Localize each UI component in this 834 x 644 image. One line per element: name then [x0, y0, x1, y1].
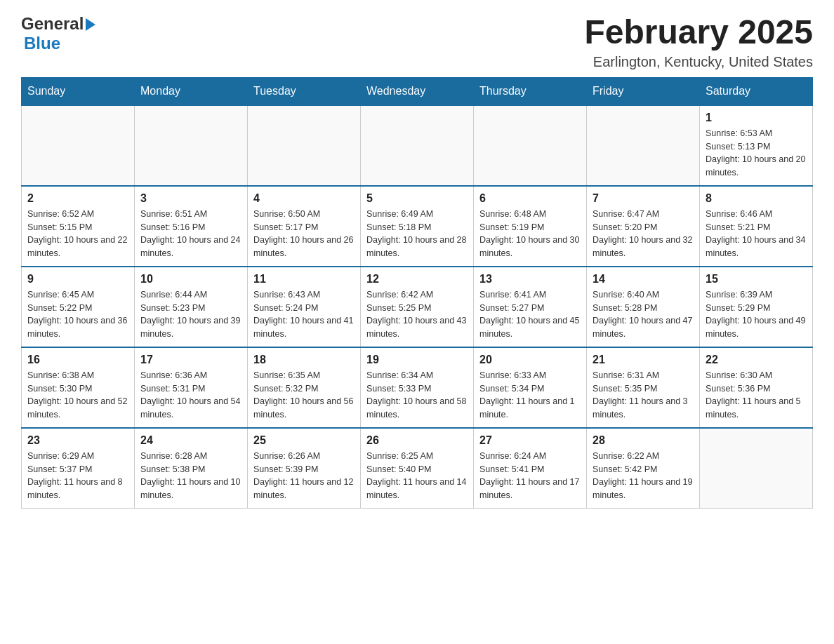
- day-info: Sunrise: 6:43 AM Sunset: 5:24 PM Dayligh…: [253, 288, 355, 341]
- calendar-day-cell: 24Sunrise: 6:28 AM Sunset: 5:38 PM Dayli…: [135, 428, 248, 509]
- calendar-day-cell: [248, 105, 361, 186]
- calendar-day-cell: 8Sunrise: 6:46 AM Sunset: 5:21 PM Daylig…: [700, 186, 813, 267]
- weekday-header-saturday: Saturday: [700, 77, 813, 105]
- calendar-day-cell: 25Sunrise: 6:26 AM Sunset: 5:39 PM Dayli…: [248, 428, 361, 509]
- page-header: General Blue February 2025 Earlington, K…: [21, 14, 813, 70]
- calendar-day-cell: 3Sunrise: 6:51 AM Sunset: 5:16 PM Daylig…: [135, 186, 248, 267]
- calendar-day-cell: 12Sunrise: 6:42 AM Sunset: 5:25 PM Dayli…: [361, 267, 474, 347]
- calendar-day-cell: 20Sunrise: 6:33 AM Sunset: 5:34 PM Dayli…: [474, 347, 587, 428]
- day-info: Sunrise: 6:34 AM Sunset: 5:33 PM Dayligh…: [366, 369, 468, 422]
- calendar-day-cell: 13Sunrise: 6:41 AM Sunset: 5:27 PM Dayli…: [474, 267, 587, 347]
- calendar-day-cell: 27Sunrise: 6:24 AM Sunset: 5:41 PM Dayli…: [474, 428, 587, 509]
- calendar-day-cell: [700, 428, 813, 509]
- calendar-day-cell: 5Sunrise: 6:49 AM Sunset: 5:18 PM Daylig…: [361, 186, 474, 267]
- day-number: 11: [253, 273, 355, 286]
- weekday-header-friday: Friday: [587, 77, 700, 105]
- day-info: Sunrise: 6:45 AM Sunset: 5:22 PM Dayligh…: [27, 288, 128, 341]
- weekday-header-thursday: Thursday: [474, 77, 587, 105]
- day-number: 3: [140, 192, 241, 205]
- day-info: Sunrise: 6:29 AM Sunset: 5:37 PM Dayligh…: [27, 450, 128, 502]
- day-info: Sunrise: 6:44 AM Sunset: 5:23 PM Dayligh…: [140, 288, 241, 341]
- day-number: 23: [27, 434, 128, 447]
- day-info: Sunrise: 6:47 AM Sunset: 5:20 PM Dayligh…: [593, 208, 694, 260]
- day-number: 15: [706, 273, 807, 286]
- day-info: Sunrise: 6:38 AM Sunset: 5:30 PM Dayligh…: [27, 369, 128, 422]
- day-info: Sunrise: 6:25 AM Sunset: 5:40 PM Dayligh…: [366, 450, 468, 502]
- day-number: 19: [366, 354, 468, 366]
- calendar-day-cell: [22, 105, 135, 186]
- day-info: Sunrise: 6:24 AM Sunset: 5:41 PM Dayligh…: [479, 450, 581, 502]
- calendar-day-cell: 22Sunrise: 6:30 AM Sunset: 5:36 PM Dayli…: [700, 347, 813, 428]
- month-title: February 2025: [584, 14, 813, 51]
- day-info: Sunrise: 6:46 AM Sunset: 5:21 PM Dayligh…: [706, 208, 807, 260]
- day-number: 28: [593, 434, 694, 447]
- day-info: Sunrise: 6:42 AM Sunset: 5:25 PM Dayligh…: [366, 288, 468, 341]
- calendar-week-row: 9Sunrise: 6:45 AM Sunset: 5:22 PM Daylig…: [22, 267, 813, 347]
- day-info: Sunrise: 6:51 AM Sunset: 5:16 PM Dayligh…: [140, 208, 241, 260]
- day-info: Sunrise: 6:28 AM Sunset: 5:38 PM Dayligh…: [140, 450, 241, 502]
- day-info: Sunrise: 6:33 AM Sunset: 5:34 PM Dayligh…: [479, 369, 581, 422]
- calendar-day-cell: 1Sunrise: 6:53 AM Sunset: 5:13 PM Daylig…: [700, 105, 813, 186]
- day-number: 22: [706, 354, 807, 366]
- day-info: Sunrise: 6:39 AM Sunset: 5:29 PM Dayligh…: [706, 288, 807, 341]
- calendar-day-cell: 2Sunrise: 6:52 AM Sunset: 5:15 PM Daylig…: [22, 186, 135, 267]
- day-info: Sunrise: 6:35 AM Sunset: 5:32 PM Dayligh…: [253, 369, 355, 422]
- calendar-day-cell: 16Sunrise: 6:38 AM Sunset: 5:30 PM Dayli…: [22, 347, 135, 428]
- day-number: 10: [140, 273, 241, 286]
- day-number: 27: [479, 434, 581, 447]
- calendar-header-row: SundayMondayTuesdayWednesdayThursdayFrid…: [22, 77, 813, 105]
- day-number: 24: [140, 434, 241, 447]
- logo-arrow-icon: [86, 18, 95, 31]
- day-number: 7: [593, 192, 694, 205]
- day-number: 1: [706, 112, 807, 124]
- day-number: 13: [479, 273, 581, 286]
- calendar-week-row: 1Sunrise: 6:53 AM Sunset: 5:13 PM Daylig…: [22, 105, 813, 186]
- logo-general-text: General: [21, 14, 84, 34]
- calendar-day-cell: 11Sunrise: 6:43 AM Sunset: 5:24 PM Dayli…: [248, 267, 361, 347]
- day-number: 4: [253, 192, 355, 205]
- day-info: Sunrise: 6:49 AM Sunset: 5:18 PM Dayligh…: [366, 208, 468, 260]
- weekday-header-tuesday: Tuesday: [248, 77, 361, 105]
- calendar-week-row: 16Sunrise: 6:38 AM Sunset: 5:30 PM Dayli…: [22, 347, 813, 428]
- location: Earlington, Kentucky, United States: [584, 54, 813, 70]
- day-number: 6: [479, 192, 581, 205]
- calendar-day-cell: 18Sunrise: 6:35 AM Sunset: 5:32 PM Dayli…: [248, 347, 361, 428]
- day-info: Sunrise: 6:50 AM Sunset: 5:17 PM Dayligh…: [253, 208, 355, 260]
- calendar-day-cell: 26Sunrise: 6:25 AM Sunset: 5:40 PM Dayli…: [361, 428, 474, 509]
- weekday-header-sunday: Sunday: [22, 77, 135, 105]
- calendar-day-cell: [587, 105, 700, 186]
- day-info: Sunrise: 6:41 AM Sunset: 5:27 PM Dayligh…: [479, 288, 581, 341]
- day-info: Sunrise: 6:48 AM Sunset: 5:19 PM Dayligh…: [479, 208, 581, 260]
- calendar-day-cell: 28Sunrise: 6:22 AM Sunset: 5:42 PM Dayli…: [587, 428, 700, 509]
- calendar-day-cell: 17Sunrise: 6:36 AM Sunset: 5:31 PM Dayli…: [135, 347, 248, 428]
- day-info: Sunrise: 6:52 AM Sunset: 5:15 PM Dayligh…: [27, 208, 128, 260]
- day-number: 8: [706, 192, 807, 205]
- calendar-day-cell: 9Sunrise: 6:45 AM Sunset: 5:22 PM Daylig…: [22, 267, 135, 347]
- weekday-header-wednesday: Wednesday: [361, 77, 474, 105]
- calendar-day-cell: [361, 105, 474, 186]
- calendar-day-cell: 23Sunrise: 6:29 AM Sunset: 5:37 PM Dayli…: [22, 428, 135, 509]
- day-info: Sunrise: 6:36 AM Sunset: 5:31 PM Dayligh…: [140, 369, 241, 422]
- calendar-day-cell: 21Sunrise: 6:31 AM Sunset: 5:35 PM Dayli…: [587, 347, 700, 428]
- calendar-table: SundayMondayTuesdayWednesdayThursdayFrid…: [21, 77, 813, 509]
- day-number: 9: [27, 273, 128, 286]
- calendar-day-cell: 19Sunrise: 6:34 AM Sunset: 5:33 PM Dayli…: [361, 347, 474, 428]
- weekday-header-monday: Monday: [135, 77, 248, 105]
- day-number: 17: [140, 354, 241, 366]
- day-number: 25: [253, 434, 355, 447]
- day-number: 21: [593, 354, 694, 366]
- day-number: 26: [366, 434, 468, 447]
- calendar-day-cell: [135, 105, 248, 186]
- title-section: February 2025 Earlington, Kentucky, Unit…: [584, 14, 813, 70]
- day-info: Sunrise: 6:30 AM Sunset: 5:36 PM Dayligh…: [706, 369, 807, 422]
- day-number: 20: [479, 354, 581, 366]
- calendar-day-cell: 4Sunrise: 6:50 AM Sunset: 5:17 PM Daylig…: [248, 186, 361, 267]
- day-number: 5: [366, 192, 468, 205]
- calendar-day-cell: 7Sunrise: 6:47 AM Sunset: 5:20 PM Daylig…: [587, 186, 700, 267]
- day-info: Sunrise: 6:40 AM Sunset: 5:28 PM Dayligh…: [593, 288, 694, 341]
- day-number: 18: [253, 354, 355, 366]
- day-number: 16: [27, 354, 128, 366]
- day-info: Sunrise: 6:53 AM Sunset: 5:13 PM Dayligh…: [706, 127, 807, 180]
- calendar-day-cell: [474, 105, 587, 186]
- calendar-day-cell: 15Sunrise: 6:39 AM Sunset: 5:29 PM Dayli…: [700, 267, 813, 347]
